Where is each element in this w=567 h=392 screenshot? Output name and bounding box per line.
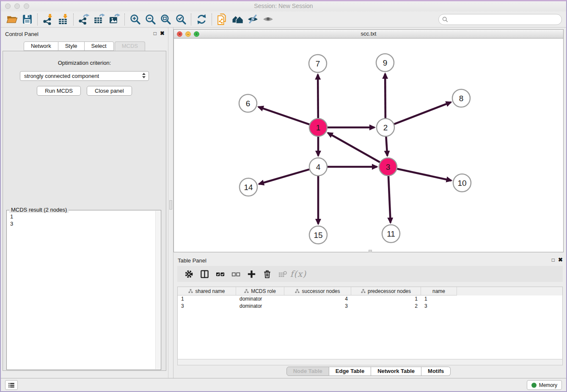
zoom-in-button[interactable] bbox=[127, 13, 143, 26]
first-neighbors-button[interactable] bbox=[230, 13, 245, 26]
select-all-button[interactable] bbox=[214, 268, 226, 280]
delete-row-button[interactable] bbox=[261, 268, 273, 280]
select-all-icon bbox=[215, 269, 225, 279]
tab-network[interactable]: Network bbox=[24, 41, 58, 51]
hide-selected-button[interactable] bbox=[245, 13, 260, 26]
settings-gear-button[interactable] bbox=[182, 268, 195, 280]
import-table-icon bbox=[58, 14, 69, 25]
graph-edge-1-7[interactable] bbox=[318, 75, 318, 118]
table-row[interactable]: 1dominator411 bbox=[178, 295, 562, 303]
table-cell[interactable]: 4 bbox=[284, 295, 351, 303]
memory-button[interactable]: Memory bbox=[527, 380, 562, 390]
column-header-mcds-role[interactable]: MCDS role bbox=[236, 287, 284, 295]
close-panel-icon[interactable]: ✖ bbox=[160, 30, 165, 36]
graph-node-9[interactable]: 9 bbox=[376, 54, 394, 72]
zoom-fit-button[interactable] bbox=[158, 13, 173, 26]
table-cell[interactable]: 3 bbox=[284, 303, 351, 310]
deselect-all-button[interactable] bbox=[229, 268, 242, 280]
graph-edge-3-10[interactable] bbox=[397, 169, 451, 181]
graph-node-3[interactable]: 3 bbox=[379, 158, 397, 176]
graph-edge-2-3[interactable] bbox=[386, 137, 387, 156]
close-panel-button[interactable]: Close panel bbox=[87, 86, 132, 96]
close-table-panel-icon[interactable]: ✖ bbox=[558, 257, 563, 263]
import-table-button[interactable] bbox=[55, 13, 71, 26]
graph-node-2[interactable]: 2 bbox=[377, 119, 394, 136]
export-image-button[interactable] bbox=[107, 13, 122, 26]
table-cell[interactable]: 2 bbox=[351, 303, 421, 310]
graph-node-15[interactable]: 15 bbox=[309, 226, 327, 244]
table-cell[interactable]: 1 bbox=[178, 295, 236, 303]
dropdown-arrows-icon bbox=[142, 73, 146, 78]
graph-edge-2-9[interactable] bbox=[385, 74, 385, 118]
tab-node-table[interactable]: Node Table bbox=[286, 367, 329, 376]
network-canvas[interactable]: 7968124314101511 bbox=[174, 39, 563, 252]
float-table-panel-icon[interactable]: □ bbox=[552, 257, 555, 263]
graph-node-4[interactable]: 4 bbox=[309, 158, 327, 176]
show-all-button[interactable] bbox=[260, 13, 275, 26]
divider-handle[interactable] bbox=[169, 200, 172, 210]
network-resize-handle[interactable] bbox=[369, 250, 372, 252]
import-network-button[interactable] bbox=[40, 13, 55, 26]
graph-node-7[interactable]: 7 bbox=[309, 55, 327, 72]
show-columns-button[interactable] bbox=[198, 268, 211, 280]
svg-text:6: 6 bbox=[246, 99, 250, 108]
table-cell[interactable]: 3 bbox=[178, 303, 236, 310]
float-panel-icon[interactable]: □ bbox=[154, 30, 157, 36]
graph-node-11[interactable]: 11 bbox=[382, 225, 400, 243]
search-box[interactable] bbox=[438, 14, 562, 25]
mcds-result-box[interactable]: MCDS result (2 nodes) 13 bbox=[6, 210, 161, 370]
tab-edge-table[interactable]: Edge Table bbox=[329, 367, 371, 376]
function-builder-icon: f(x) bbox=[290, 269, 306, 279]
graph-edge-3-1[interactable] bbox=[328, 133, 380, 162]
graph-node-6[interactable]: 6 bbox=[239, 94, 257, 112]
criterion-dropdown[interactable]: strongly connected component bbox=[20, 71, 149, 81]
table-cell[interactable]: 3 bbox=[421, 303, 457, 310]
column-header-name[interactable]: name bbox=[421, 287, 457, 295]
app-window: Session: New Session Control Panel □ ✖ N… bbox=[0, 0, 567, 392]
table-cell[interactable]: dominator bbox=[236, 303, 284, 310]
table-hscrollbar[interactable] bbox=[177, 359, 563, 365]
export-image-icon bbox=[109, 14, 120, 25]
export-network-button[interactable] bbox=[76, 13, 91, 26]
refresh-view-button[interactable] bbox=[194, 13, 209, 26]
run-mcds-button[interactable]: Run MCDS bbox=[37, 86, 81, 96]
table-cell[interactable]: dominator bbox=[236, 295, 284, 303]
table-cell[interactable]: 1 bbox=[351, 295, 421, 303]
delete-table-icon bbox=[278, 269, 288, 279]
search-input[interactable] bbox=[448, 16, 561, 23]
tab-select[interactable]: Select bbox=[85, 41, 114, 51]
control-panel-tabs: NetworkStyleSelectMCDS bbox=[1, 41, 168, 51]
graph-node-8[interactable]: 8 bbox=[452, 89, 470, 107]
table-row[interactable]: 3dominator323 bbox=[178, 303, 562, 310]
open-file-button[interactable] bbox=[4, 13, 19, 26]
zoom-selected-button[interactable] bbox=[173, 13, 188, 26]
tab-network-table[interactable]: Network Table bbox=[371, 367, 421, 376]
graph-edge-1-6[interactable] bbox=[259, 107, 310, 124]
graph-edge-2-8[interactable] bbox=[394, 102, 451, 124]
column-header-shared-name[interactable]: shared name bbox=[178, 287, 236, 295]
graph-node-10[interactable]: 10 bbox=[453, 174, 471, 192]
automation-panel-button[interactable] bbox=[5, 380, 18, 390]
column-header-predecessor-nodes[interactable]: predecessor nodes bbox=[351, 287, 421, 295]
tab-motifs[interactable]: Motifs bbox=[421, 367, 451, 376]
svg-text:11: 11 bbox=[387, 229, 395, 238]
add-row-button[interactable] bbox=[245, 268, 258, 280]
result-scrollbar[interactable] bbox=[155, 211, 160, 369]
graph-edge-4-14[interactable] bbox=[259, 169, 309, 184]
refresh-view-icon bbox=[196, 14, 207, 25]
save-session-button[interactable] bbox=[19, 13, 35, 26]
network-view-title: scc.txt bbox=[174, 30, 563, 37]
column-header-label: shared name bbox=[195, 288, 225, 294]
graph-node-14[interactable]: 14 bbox=[239, 178, 257, 196]
tab-mcds[interactable]: MCDS bbox=[115, 41, 145, 51]
table-cell[interactable]: 1 bbox=[421, 295, 457, 303]
zoom-out-button[interactable] bbox=[143, 13, 158, 26]
right-column: ✕ – + scc.txt 7968124314101511 Table Pan… bbox=[173, 28, 566, 378]
tab-style[interactable]: Style bbox=[58, 41, 85, 51]
export-table-button[interactable] bbox=[91, 13, 107, 26]
column-header-successor-nodes[interactable]: successor nodes bbox=[284, 287, 351, 295]
graph-node-1[interactable]: 1 bbox=[309, 119, 327, 136]
graph-edge-3-11[interactable] bbox=[388, 176, 391, 223]
new-network-from-selection-button[interactable] bbox=[215, 13, 230, 26]
network-view-window: ✕ – + scc.txt 7968124314101511 bbox=[173, 29, 564, 252]
